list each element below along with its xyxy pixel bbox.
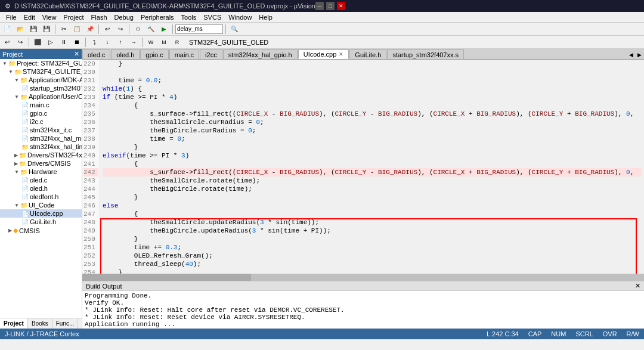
copy-button[interactable]: 📋 bbox=[71, 24, 83, 35]
project-panel-close[interactable]: ✕ bbox=[74, 50, 79, 58]
menu-flash[interactable]: Flash bbox=[88, 12, 111, 22]
tab-scroll-left[interactable]: ◀ bbox=[627, 51, 634, 59]
build-output-content[interactable]: Programming Done.Verify OK.* JLink Info:… bbox=[82, 291, 644, 329]
file-tab-label: i2cc bbox=[205, 51, 217, 58]
tree-item[interactable]: 📄 oledfont.h bbox=[0, 193, 82, 201]
menu-window[interactable]: Window bbox=[225, 12, 255, 22]
menu-file[interactable]: File bbox=[2, 12, 20, 22]
build-output-close[interactable]: ✕ bbox=[635, 282, 640, 290]
line-number: 238 bbox=[83, 135, 98, 143]
tb2-mem[interactable]: M bbox=[158, 37, 170, 48]
tree-item[interactable]: 📄 main.c bbox=[0, 101, 82, 109]
tree-item[interactable]: 📄 GuiLite.h bbox=[0, 218, 82, 226]
tree-item[interactable]: ▼📁 Application/MDK-ARM bbox=[0, 76, 82, 84]
menubar: File Edit View Project Flash Debug Perip… bbox=[0, 12, 644, 23]
save-button[interactable]: 💾 bbox=[27, 24, 39, 35]
new-file-button[interactable]: 📄 bbox=[1, 24, 13, 35]
close-button[interactable]: ✕ bbox=[337, 2, 345, 10]
file-tab[interactable]: GuiLite.h bbox=[349, 49, 386, 59]
code-line: } bbox=[103, 268, 642, 274]
paste-button[interactable]: 📌 bbox=[84, 24, 96, 35]
tree-item[interactable]: 📄 startup_stm32f407xx.s bbox=[0, 84, 82, 92]
file-tab-close-icon[interactable]: ✕ bbox=[339, 51, 343, 57]
panel-tab-project[interactable]: Project bbox=[0, 318, 28, 329]
window-controls: ─ □ ✕ bbox=[315, 2, 345, 10]
panel-tab-functions[interactable]: Func... bbox=[52, 318, 79, 329]
tree-item-label: oled.h bbox=[30, 185, 48, 192]
tree-item[interactable]: ▼📁 UI_Code bbox=[0, 201, 82, 209]
tab-scroll-right[interactable]: ▶ bbox=[636, 51, 643, 59]
tree-arrow-icon: ▼ bbox=[14, 94, 19, 100]
tree-item[interactable]: 📄 oled.h bbox=[0, 184, 82, 193]
tb2-btn3[interactable]: ⬛ bbox=[32, 37, 44, 48]
tb2-step-over[interactable]: ⤵ bbox=[88, 37, 100, 48]
menu-svcs[interactable]: SVCS bbox=[200, 12, 225, 22]
minimize-button[interactable]: ─ bbox=[315, 2, 324, 10]
panel-tab-templates[interactable]: Temp... bbox=[78, 318, 82, 329]
menu-edit[interactable]: Edit bbox=[20, 12, 39, 22]
menu-project[interactable]: Project bbox=[60, 12, 87, 22]
horizontal-scrollbar[interactable] bbox=[82, 274, 644, 281]
search-button[interactable]: 🔍 bbox=[228, 24, 240, 35]
menu-view[interactable]: View bbox=[39, 12, 60, 22]
file-tab[interactable]: stm32f4xx_hal_gpio.h bbox=[223, 49, 298, 59]
file-tab[interactable]: i2cc bbox=[200, 49, 222, 59]
panel-tab-books[interactable]: Books bbox=[28, 318, 52, 329]
tree-item[interactable]: ▼📁 STM32F4_GUILITE_OLED bbox=[0, 67, 82, 76]
tree-item[interactable]: ▶📁 Drivers/STM32F4xx_HAL_Dri... bbox=[0, 151, 82, 159]
tree-item[interactable]: 📄 oled.c bbox=[0, 176, 82, 184]
code-line: time += 0.3; bbox=[103, 243, 642, 252]
tb2-step-into[interactable]: ↓ bbox=[101, 37, 113, 48]
tb2-btn5[interactable]: ⏸ bbox=[58, 37, 70, 48]
tb2-run-to[interactable]: → bbox=[128, 37, 140, 48]
build-output-header: Build Output ✕ bbox=[82, 281, 644, 291]
tree-item[interactable]: 📄 i2c.c bbox=[0, 117, 82, 126]
tree-item[interactable]: 📄 stm32f4xx_hal_msp.c bbox=[0, 134, 82, 143]
build-button[interactable]: ⚙ bbox=[132, 24, 144, 35]
debug-button[interactable]: ▶ bbox=[158, 24, 170, 35]
target-input[interactable] bbox=[175, 24, 223, 34]
line-number: 245 bbox=[83, 193, 98, 202]
tb2-btn6[interactable]: ⏹ bbox=[71, 37, 83, 48]
tree-item[interactable]: ▼📁 Hardware bbox=[0, 168, 82, 176]
save-all-button[interactable]: 💾 bbox=[41, 24, 52, 35]
file-tab[interactable]: UIcode.cpp✕ bbox=[298, 49, 349, 59]
toolbar2-sep1 bbox=[29, 38, 29, 47]
menu-peripherals[interactable]: Peripherals bbox=[137, 12, 178, 22]
tree-item[interactable]: ▶◆ CMSIS bbox=[0, 226, 82, 235]
undo-button[interactable]: ↩ bbox=[101, 24, 113, 35]
cut-button[interactable]: ✂ bbox=[58, 24, 70, 35]
redo-button[interactable]: ↪ bbox=[114, 24, 126, 35]
tree-item[interactable]: ▼📁 Project: STM32F4_GUILITE_OLED bbox=[0, 59, 82, 67]
maximize-button[interactable]: □ bbox=[326, 2, 335, 10]
file-tab[interactable]: startup_stm32f407xx.s bbox=[387, 49, 464, 59]
open-button[interactable]: 📂 bbox=[14, 24, 26, 35]
tree-item[interactable]: ▼📁 Application/User/Core bbox=[0, 92, 82, 101]
tree-item[interactable]: 📄 gpio.c bbox=[0, 109, 82, 117]
tb2-btn1[interactable]: ↩ bbox=[1, 37, 13, 48]
file-tab-label: oled.h bbox=[116, 51, 134, 58]
code-line: theSmallCircle.updateRadius(3 * sin(time… bbox=[103, 218, 642, 227]
file-tab[interactable]: main.c bbox=[169, 49, 199, 59]
code-content[interactable]: } time = 0.0; while(1) { if (time >= PI … bbox=[100, 60, 644, 274]
tree-item[interactable]: 📁 stm32f4xx_hal_timebase_... bbox=[0, 143, 82, 151]
file-tabs-right: ◀ ▶ bbox=[627, 51, 644, 59]
menu-help[interactable]: Help bbox=[255, 12, 276, 22]
build-line: Application running ... bbox=[85, 321, 642, 328]
tb2-reg[interactable]: R bbox=[171, 37, 183, 48]
menu-tools[interactable]: Tools bbox=[178, 12, 200, 22]
code-line: OLED_Refresh_Gram(); bbox=[103, 252, 642, 260]
tb2-watch[interactable]: W bbox=[145, 37, 157, 48]
tree-item[interactable]: 📄 UIcode.cpp bbox=[0, 209, 82, 218]
code-line: { bbox=[103, 160, 642, 168]
tree-item[interactable]: ▶📁 Drivers/CMSIS bbox=[0, 159, 82, 168]
file-tab[interactable]: oled.h bbox=[111, 49, 140, 59]
tb2-step-out[interactable]: ↑ bbox=[114, 37, 126, 48]
file-tab[interactable]: gpio.c bbox=[140, 49, 168, 59]
rebuild-button[interactable]: 🔨 bbox=[145, 24, 157, 35]
tb2-btn4[interactable]: ▷ bbox=[45, 37, 57, 48]
file-tab[interactable]: oled.c bbox=[82, 49, 110, 59]
tb2-btn2[interactable]: ↪ bbox=[14, 37, 26, 48]
tree-item[interactable]: 📄 stm32f4xx_it.c bbox=[0, 126, 82, 134]
menu-debug[interactable]: Debug bbox=[111, 12, 137, 22]
